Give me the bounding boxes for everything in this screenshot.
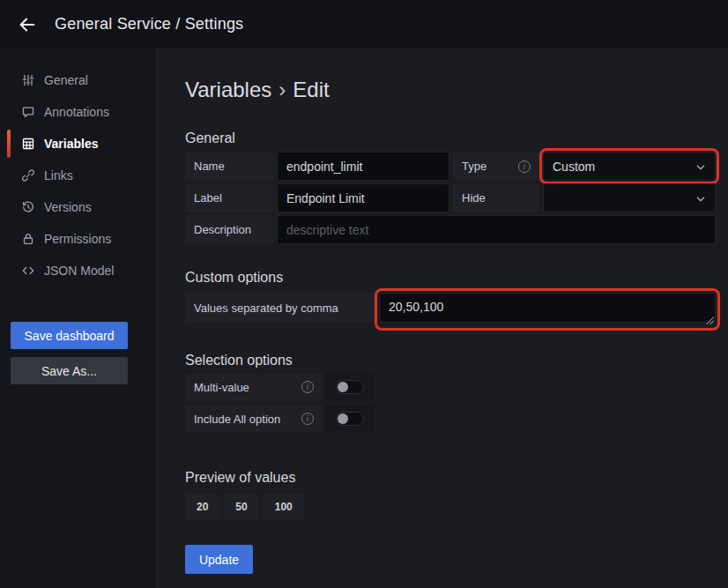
- sidebar-item-label: JSON Model: [44, 264, 114, 278]
- values-separated-label: Values separated by comma: [185, 293, 375, 323]
- history-icon: [21, 200, 35, 214]
- custom-options-section: Custom options Values separated by comma…: [185, 270, 728, 326]
- general-section-title: General: [185, 130, 728, 146]
- selection-options-section: Selection options Multi-value i Include …: [185, 353, 728, 432]
- back-button[interactable]: [12, 10, 42, 40]
- description-input[interactable]: [277, 215, 716, 244]
- breadcrumb: Variables›Edit: [185, 78, 728, 102]
- sidebar-item-links[interactable]: Links: [0, 160, 156, 191]
- toggle-off-icon: [336, 380, 364, 394]
- breadcrumb-page: Edit: [293, 78, 329, 101]
- link-icon: [21, 168, 35, 182]
- sidebar-item-label: Versions: [44, 200, 92, 214]
- hide-dropdown[interactable]: [543, 183, 716, 212]
- breadcrumb-separator: ›: [279, 78, 286, 101]
- custom-options-title: Custom options: [185, 270, 728, 286]
- preview-section: Preview of values 20 50 100: [185, 470, 728, 519]
- name-input[interactable]: [277, 152, 449, 181]
- chevron-down-icon: [695, 193, 706, 204]
- type-dropdown[interactable]: Custom: [543, 152, 716, 181]
- comment-icon: [21, 105, 35, 119]
- sidebar-actions: Save dashboard Save As...: [11, 322, 145, 392]
- label-label: Label: [185, 183, 273, 212]
- type-label: Type i: [453, 152, 539, 181]
- label-input[interactable]: [277, 183, 449, 212]
- code-icon: [21, 264, 35, 278]
- sidebar-item-annotations[interactable]: Annotations: [0, 96, 156, 128]
- top-header: General Service / Settings: [0, 0, 728, 48]
- description-field-cell: [277, 215, 716, 244]
- include-all-toggle[interactable]: [326, 406, 374, 432]
- save-dashboard-button[interactable]: Save dashboard: [11, 322, 128, 349]
- label-field-cell: [277, 183, 449, 212]
- values-textarea[interactable]: 20,50,100: [379, 293, 716, 323]
- preview-value-chip: 20: [185, 494, 219, 519]
- page-title: General Service / Settings: [55, 15, 243, 33]
- sidebar-item-permissions[interactable]: Permissions: [0, 223, 156, 255]
- multi-value-toggle[interactable]: [326, 374, 374, 400]
- chevron-down-icon: [695, 161, 706, 172]
- table-icon: [21, 137, 35, 151]
- info-icon[interactable]: i: [301, 413, 314, 425]
- name-label: Name: [185, 152, 273, 181]
- sidebar-item-json-model[interactable]: JSON Model: [0, 255, 156, 287]
- sidebar-item-label: General: [44, 73, 88, 87]
- selection-options-title: Selection options: [185, 353, 728, 368]
- values-field-wrap: 20,50,100: [379, 293, 716, 326]
- multi-value-row: Multi-value i: [185, 374, 728, 400]
- lock-icon: [21, 232, 35, 246]
- include-all-row: Include All option i: [185, 406, 728, 432]
- save-as-button[interactable]: Save As...: [11, 357, 128, 384]
- info-icon[interactable]: i: [518, 160, 531, 173]
- sidebar-item-versions[interactable]: Versions: [0, 191, 156, 223]
- sliders-icon: [21, 73, 35, 87]
- preview-value-chip: 100: [264, 494, 304, 519]
- type-dropdown-value: Custom: [553, 160, 595, 174]
- update-button[interactable]: Update: [185, 545, 253, 574]
- preview-value-chip: 50: [224, 494, 258, 519]
- sidebar-item-label: Variables: [44, 137, 99, 151]
- name-field-cell: [277, 152, 449, 181]
- variables-edit-panel: Variables›Edit General Name Type i Custo…: [157, 48, 728, 588]
- multi-value-label: Multi-value i: [185, 374, 323, 400]
- settings-sidebar: General Annotations Variables Links Vers: [0, 48, 157, 588]
- toggle-off-icon: [336, 412, 364, 426]
- sidebar-item-variables[interactable]: Variables: [0, 128, 156, 160]
- breadcrumb-section: Variables: [185, 78, 271, 101]
- info-icon[interactable]: i: [301, 381, 314, 393]
- hide-label: Hide: [453, 183, 539, 212]
- description-label: Description: [185, 215, 273, 244]
- arrow-left-icon: [18, 15, 37, 34]
- sidebar-item-label: Annotations: [44, 105, 109, 119]
- sidebar-item-label: Links: [44, 168, 73, 182]
- sidebar-item-general[interactable]: General: [0, 64, 156, 96]
- preview-title: Preview of values: [185, 470, 728, 486]
- general-form: Name Type i Custom Label: [185, 152, 716, 244]
- sidebar-item-label: Permissions: [44, 232, 111, 246]
- include-all-label: Include All option i: [185, 406, 323, 432]
